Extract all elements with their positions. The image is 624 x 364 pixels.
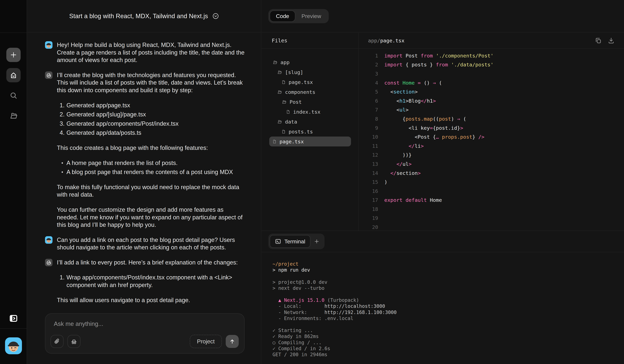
terminal-panel: Terminal ~/project> npm run dev > projec…	[262, 231, 624, 364]
tab-preview[interactable]: Preview	[295, 11, 327, 22]
memoji-avatar-icon	[45, 41, 52, 49]
chevron-down-circle-icon[interactable]	[212, 13, 219, 20]
folder-icon	[277, 70, 282, 75]
code-editor[interactable]: 1import Post from './components/Post'2im…	[359, 49, 624, 231]
terminal-output[interactable]: ~/project> npm run dev > project@1.0.0 d…	[262, 252, 624, 358]
code-line: 11 </li>	[359, 141, 624, 150]
panel-toggle-icon	[9, 314, 18, 323]
file-tree-item-page.tsx[interactable]: page.tsx	[269, 137, 351, 146]
attach-button[interactable]	[51, 335, 64, 348]
line-content: <Post {… props.post} />	[378, 134, 484, 140]
line-content: </section>	[378, 170, 421, 176]
paperclip-icon	[54, 338, 60, 345]
sidebar-divider	[0, 328, 27, 329]
code-line: 9 <li key={post.id}>	[359, 123, 624, 132]
projects-button[interactable]	[6, 109, 21, 123]
message-paragraph: This will allow users navigate to a post…	[57, 296, 245, 304]
home-icon	[10, 71, 17, 79]
composer-toolbar: Project	[51, 335, 239, 348]
home-button[interactable]	[6, 68, 21, 82]
file-tree-item-page.tsx[interactable]: page.tsx	[269, 77, 351, 87]
line-number: 14	[359, 170, 378, 176]
message-paragraph: Can you add a link on each post to the b…	[57, 236, 245, 251]
send-button[interactable]	[226, 335, 239, 348]
code-line: 12 ))}	[359, 150, 624, 160]
folder-icon	[281, 99, 287, 104]
line-number: 18	[359, 206, 378, 212]
message-paragraph: To make this fully functional you would …	[57, 183, 245, 198]
terminal-line	[273, 321, 624, 327]
line-content: <section>	[378, 89, 418, 95]
line-content: </ul>	[378, 161, 412, 167]
line-number: 20	[359, 224, 378, 230]
file-tree-item-index.tsx[interactable]: index.tsx	[269, 107, 351, 117]
folder-icon	[277, 119, 282, 124]
user-avatar[interactable]	[5, 337, 22, 354]
code-line: 18	[359, 205, 624, 214]
download-icon[interactable]	[607, 37, 615, 44]
code-line: 16	[359, 187, 624, 196]
chat-message-assistant: I’ll create the blog with the technologi…	[45, 72, 248, 229]
code-line: 10 <Post {… props.post} />	[359, 132, 624, 141]
new-terminal-button[interactable]	[310, 235, 323, 248]
line-content: <li key={post.id}>	[378, 125, 463, 131]
project-button[interactable]: Project	[190, 335, 222, 348]
list-item: •A blog post page that renders the conte…	[57, 168, 245, 176]
tab-code[interactable]: Code	[270, 11, 295, 22]
file-icon	[286, 109, 290, 115]
code-line: 1import Post from './components/Post'	[359, 51, 624, 60]
terminal-tab-group: Terminal	[268, 234, 325, 249]
folder-open-icon	[9, 112, 18, 120]
line-number: 11	[359, 143, 378, 149]
file-tree-item-Post[interactable]: Post	[269, 97, 351, 107]
sidebar-divider	[0, 32, 27, 33]
workspace-panel: Code Preview Files app[slug]page.tsxcomp…	[262, 0, 624, 364]
code-line: 19	[359, 214, 624, 223]
code-line: 20	[359, 223, 624, 231]
code-line: 8 {posts.map((post) ⇒ (	[359, 114, 624, 123]
folder-icon	[277, 90, 282, 95]
message-paragraph: I’ll create the blog with the technologi…	[57, 72, 245, 94]
line-number: 2	[359, 62, 378, 68]
chat-input[interactable]	[54, 320, 236, 333]
message-paragraph: This code creates a blog page with the f…	[57, 144, 245, 152]
list-item: 1.Wrap app/components/Post/index.tsx com…	[57, 274, 245, 289]
terminal-tab[interactable]: Terminal	[270, 235, 310, 248]
file-tree-item-data[interactable]: data	[269, 117, 351, 127]
search-button[interactable]	[6, 88, 21, 103]
terminal-tab-label: Terminal	[284, 238, 305, 245]
assistant-message-avatar	[45, 259, 52, 266]
message-list: Hey! Help me build a blog using React, M…	[45, 41, 248, 311]
message-paragraph: You can further customize the design and…	[57, 206, 245, 229]
file-tree-item-posts.ts[interactable]: posts.ts	[269, 127, 351, 137]
incognito-button[interactable]	[67, 335, 80, 348]
code-line: 7 <ul>	[359, 105, 624, 115]
terminal-tabbar: Terminal	[262, 231, 624, 252]
line-content: export default Home	[378, 197, 442, 203]
chat-panel: Start a blog with React, MDX, Tailwind a…	[27, 0, 261, 364]
line-number: 15	[359, 179, 378, 185]
user-message-avatar	[45, 236, 52, 244]
file-tree-item-app[interactable]: app	[269, 57, 351, 67]
app-window: Start a blog with React, MDX, Tailwind a…	[0, 0, 624, 364]
new-chat-button[interactable]	[6, 48, 21, 62]
code-line: 5 <section>	[359, 87, 624, 96]
list-item: 1.Generated app/page.tsx	[57, 102, 245, 109]
line-number: 16	[359, 188, 378, 194]
line-content: </li>	[378, 143, 424, 149]
sidebar-toggle-button[interactable]	[9, 314, 18, 323]
file-tree-item-components[interactable]: components	[269, 87, 351, 97]
breadcrumb-file: page.tsx	[380, 38, 404, 44]
list-item: 4.Generated app/data/posts.ts	[57, 129, 245, 137]
terminal-icon	[275, 238, 281, 244]
code-line: 2import { posts } from './data/posts'	[359, 60, 624, 69]
copy-icon[interactable]	[595, 37, 602, 44]
line-number: 9	[359, 125, 378, 131]
comet-icon	[46, 260, 52, 265]
message-list-block: 1.Wrap app/components/Post/index.tsx com…	[57, 274, 245, 289]
line-number: 7	[359, 107, 378, 113]
message-body: I’ll add a link to every post. Here’s a …	[57, 259, 245, 304]
incognito-icon	[70, 338, 78, 345]
file-tree-item-[slug][interactable]: [slug]	[269, 67, 351, 77]
code-line: 15)	[359, 177, 624, 187]
